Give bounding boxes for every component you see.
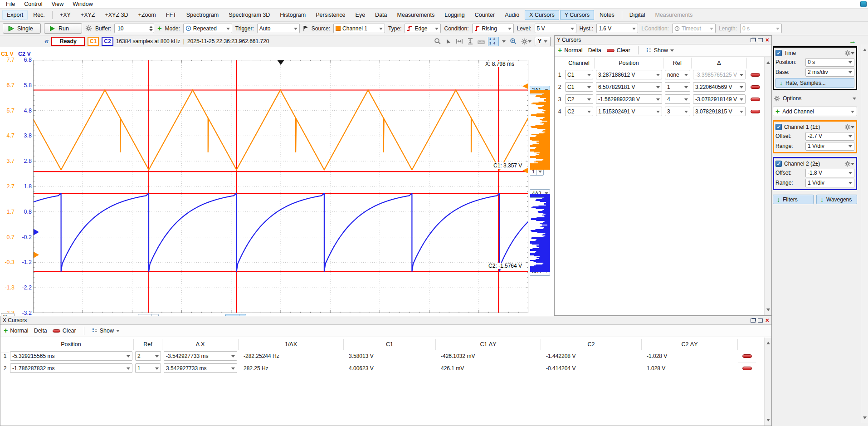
y-cursor-position-dropdown[interactable]: -1.5629893238 V bbox=[596, 94, 662, 104]
channel2-zero-marker[interactable] bbox=[34, 229, 39, 235]
clear-cursors-button[interactable]: Clear bbox=[607, 47, 630, 54]
y-cursor-ref-dropdown[interactable]: none bbox=[665, 70, 690, 79]
gear-icon[interactable] bbox=[844, 124, 851, 130]
y-cursor-handle-icon[interactable] bbox=[522, 168, 528, 173]
trigger-dropdown[interactable]: Auto bbox=[257, 24, 300, 33]
fit-horizontal-button[interactable] bbox=[455, 37, 464, 46]
single-button[interactable]: Single bbox=[3, 23, 41, 34]
type-dropdown[interactable]: Edge bbox=[405, 24, 441, 33]
source-dropdown[interactable]: Channel 1 bbox=[333, 24, 385, 33]
channel2-badge[interactable]: C2 bbox=[102, 37, 113, 46]
view-tab-eye[interactable]: Eye bbox=[351, 10, 370, 20]
x-cursor-position-dropdown[interactable]: -1.786287832 ms bbox=[10, 363, 132, 373]
channel1-offset-dropdown[interactable]: -2.7 V bbox=[805, 132, 854, 141]
menu-window[interactable]: Window bbox=[68, 0, 97, 8]
sidebar-scrollbar[interactable] bbox=[861, 44, 868, 423]
y-cursor-delta-dropdown[interactable]: 3.078291815 V bbox=[693, 107, 746, 116]
channel1-checkbox[interactable]: ✓ bbox=[775, 124, 782, 130]
channel1-badge[interactable]: C1 bbox=[88, 37, 99, 46]
maximize-icon[interactable] bbox=[758, 38, 763, 42]
spin-down-icon[interactable] bbox=[149, 29, 153, 33]
y-axis-menu-button[interactable]: Y bbox=[535, 37, 551, 46]
menu-control[interactable]: Control bbox=[20, 0, 46, 8]
view-tab-notes[interactable]: Notes bbox=[595, 10, 619, 20]
view-tab--xy[interactable]: +XY bbox=[55, 10, 75, 20]
scope-plot[interactable] bbox=[33, 60, 528, 313]
x-cursor-delete-button[interactable] bbox=[738, 350, 756, 362]
view-tab-spectrogram-3d[interactable]: Spectrogram 3D bbox=[224, 10, 274, 20]
menu-view[interactable]: View bbox=[47, 0, 68, 8]
close-icon[interactable]: × bbox=[766, 38, 769, 42]
y-cursor-delete-button[interactable] bbox=[747, 96, 763, 103]
y-cursor-channel-dropdown[interactable]: C1 bbox=[565, 70, 593, 79]
mode-dropdown[interactable]: Repeated bbox=[183, 24, 232, 33]
x-cursor-delete-button[interactable] bbox=[738, 362, 756, 374]
add-delta-cursor-button[interactable]: Delta bbox=[588, 47, 601, 54]
lcondition-dropdown[interactable]: Timeout bbox=[672, 24, 716, 33]
add-normal-cursor-button[interactable]: +Normal bbox=[4, 328, 29, 334]
view-tab-audio[interactable]: Audio bbox=[500, 10, 524, 20]
x-cursor-ref-dropdown[interactable]: 2 bbox=[135, 351, 161, 361]
view-tab--zoom[interactable]: +Zoom bbox=[134, 10, 161, 20]
filters-button[interactable]: ↓Filters bbox=[773, 195, 814, 204]
wavegens-button[interactable]: ↓Wavegens bbox=[816, 195, 857, 204]
y-cursor-position-dropdown[interactable]: 1.515302491 V bbox=[596, 107, 662, 116]
app-window-icon[interactable] bbox=[860, 1, 867, 7]
y-cursor-handle-icon[interactable] bbox=[522, 83, 528, 89]
view-tab--xyz[interactable]: +XYZ bbox=[76, 10, 100, 20]
scroll-up-icon[interactable] bbox=[766, 59, 770, 64]
x-cursor-dx-dropdown[interactable]: 3.542927733 ms bbox=[164, 363, 237, 373]
channel2-offset-dropdown[interactable]: -1.8 V bbox=[805, 169, 854, 177]
time-position-dropdown[interactable]: 0 s bbox=[805, 58, 854, 67]
float-window-icon[interactable] bbox=[751, 318, 756, 323]
channel2-checkbox[interactable]: ✓ bbox=[775, 161, 782, 167]
expand-panel-icon[interactable]: → bbox=[849, 37, 856, 45]
x-cursors-titlebar[interactable]: X Cursors × bbox=[0, 316, 771, 325]
y-cursor-delete-button[interactable] bbox=[747, 72, 763, 78]
x-cursor-position-dropdown[interactable]: -5.329215565 ms bbox=[10, 351, 132, 361]
add-channel-dropdown[interactable]: + Add Channel bbox=[773, 107, 857, 116]
spin-arrows-icon[interactable] bbox=[146, 24, 153, 33]
view-tab-digital[interactable]: Digital bbox=[625, 10, 650, 20]
view-tab-persistence[interactable]: Persistence bbox=[311, 10, 350, 20]
view-tab-logging[interactable]: Logging bbox=[440, 10, 469, 20]
options-button[interactable]: Options bbox=[774, 94, 856, 103]
channel2-range-dropdown[interactable]: 1 V/div bbox=[805, 179, 854, 187]
close-icon[interactable]: × bbox=[766, 318, 769, 323]
measure-button[interactable] bbox=[477, 37, 486, 46]
trigger-time-marker[interactable] bbox=[277, 60, 284, 65]
spin-up-icon[interactable] bbox=[149, 24, 153, 28]
y-cursor-ref-dropdown[interactable]: 1 bbox=[665, 82, 690, 92]
condition-dropdown[interactable]: Rising bbox=[472, 24, 514, 33]
y-panel-scrollbar[interactable] bbox=[764, 57, 771, 315]
x-cursor-ref-dropdown[interactable]: 1 bbox=[135, 363, 161, 373]
y-cursors-titlebar[interactable]: Y Cursors × bbox=[555, 36, 771, 44]
channel1-range-dropdown[interactable]: 1 V/div bbox=[805, 142, 854, 151]
time-base-dropdown[interactable]: 2 ms/div bbox=[805, 68, 854, 77]
y-cursor-position-dropdown[interactable]: 6.507829181 V bbox=[596, 82, 662, 92]
buffer-stepper[interactable]: 10 bbox=[114, 24, 154, 33]
view-tab-spectrogram[interactable]: Spectrogram bbox=[182, 10, 224, 20]
y-cursor-ref-dropdown[interactable]: 3 bbox=[665, 107, 690, 116]
view-tab-export[interactable]: Export bbox=[2, 10, 28, 20]
split-view-button[interactable]: 1234 bbox=[488, 37, 499, 46]
pointer-mode-button[interactable] bbox=[444, 37, 453, 46]
gear-icon[interactable] bbox=[844, 161, 851, 167]
view-tab-measurements[interactable]: Measurements bbox=[393, 10, 439, 20]
view-tab-fft[interactable]: FFT bbox=[161, 10, 181, 20]
show-columns-button[interactable]: Show bbox=[92, 328, 120, 334]
y-cursor-ref-dropdown[interactable]: 4 bbox=[665, 94, 690, 104]
view-tab-y-cursors[interactable]: Y Cursors bbox=[560, 10, 594, 20]
view-tab--xyz-3d[interactable]: +XYZ 3D bbox=[100, 10, 132, 20]
maximize-icon[interactable] bbox=[758, 318, 763, 323]
y-cursor-delta-dropdown[interactable]: -3.0782918149 V bbox=[693, 94, 746, 104]
run-button[interactable]: Run bbox=[44, 23, 82, 34]
gear-icon[interactable] bbox=[844, 50, 851, 56]
scroll-down-icon[interactable] bbox=[766, 419, 770, 423]
view-tab-data[interactable]: Data bbox=[371, 10, 391, 20]
y-cursor-position-dropdown[interactable]: 3.287188612 V bbox=[596, 70, 662, 79]
y-cursor-delete-button[interactable] bbox=[747, 84, 763, 90]
rate-samples-button[interactable]: ↓Rate, Samples... bbox=[775, 78, 854, 88]
show-columns-button[interactable]: Show bbox=[646, 47, 674, 54]
y-cursor-channel-dropdown[interactable]: C2 bbox=[565, 94, 593, 104]
